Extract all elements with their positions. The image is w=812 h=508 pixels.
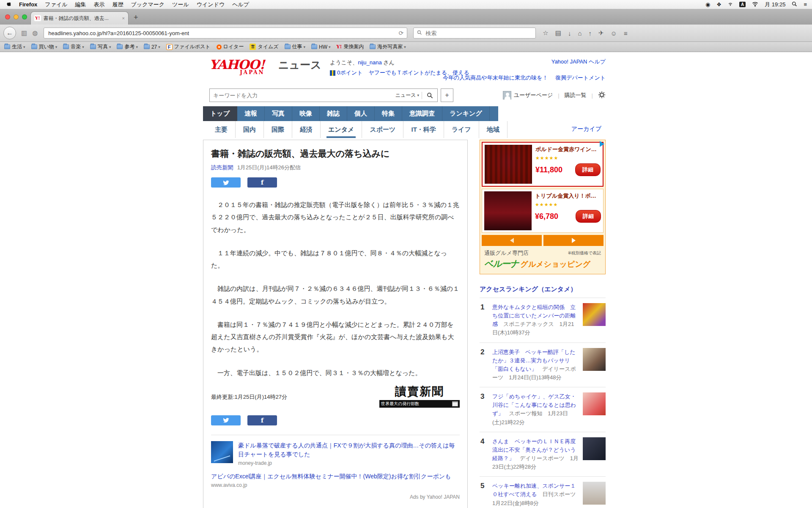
bookmark-filepost[interactable]: Fファイルポスト: [166, 43, 211, 50]
reader-mode-icon[interactable]: ▥: [21, 29, 27, 37]
wine-ad-item[interactable]: トリプル金賞入り！ボ… ★★★★★ ¥6,780 詳細: [482, 189, 604, 233]
yomiuri-logo[interactable]: 讀賣新聞 世界最大の発行部数: [379, 384, 460, 408]
tab-ranking[interactable]: ランキング: [442, 106, 490, 121]
browser-tab[interactable]: Y! 書籍・雑誌の販売額、過去... ×: [30, 11, 129, 25]
tab-top[interactable]: トップ: [203, 106, 237, 121]
ad-link-aviva[interactable]: アビバのExcel講座｜エクセル無料体験セミナー開催中！(Web限定)お得な割引…: [211, 472, 460, 481]
points-link[interactable]: 0ポイント: [337, 69, 362, 77]
zoom-window-button[interactable]: [22, 14, 27, 19]
ad-thumbnail-fx-chart[interactable]: [211, 441, 233, 463]
menu-tools[interactable]: ツール: [172, 1, 189, 8]
facebook-share-button[interactable]: f: [247, 177, 277, 188]
input-method-icon[interactable]: A: [739, 2, 746, 7]
new-tab-button[interactable]: +: [134, 14, 138, 21]
menu-icon[interactable]: ≡: [624, 30, 628, 37]
menu-file[interactable]: ファイル: [45, 1, 67, 8]
carousel-next-button[interactable]: [543, 235, 604, 246]
browser-search-input[interactable]: [425, 30, 532, 37]
ranking-thumbnail[interactable]: [583, 482, 606, 505]
belluna-logo[interactable]: ベルーナグルメショッピング: [484, 258, 601, 270]
bookmark-reuters[interactable]: ロイター: [217, 43, 244, 50]
tab-flash[interactable]: 速報: [237, 106, 265, 121]
creative-cloud-icon[interactable]: ◉: [705, 1, 710, 8]
subnav-life[interactable]: ライフ: [444, 121, 479, 138]
home-icon[interactable]: ⌂: [578, 30, 582, 37]
tab-personal[interactable]: 個人: [347, 106, 375, 121]
settings-gear-icon[interactable]: [598, 91, 606, 100]
wifi-icon[interactable]: [752, 1, 758, 8]
archive-link[interactable]: アーカイブ: [571, 125, 601, 133]
ranking-thumbnail[interactable]: [583, 348, 606, 371]
reload-icon[interactable]: ⟳: [399, 30, 404, 36]
bookmark-folder-overseas-photographers[interactable]: 海外写真家: [370, 43, 406, 50]
detail-button[interactable]: 詳細: [576, 210, 601, 223]
news-search-input[interactable]: [210, 92, 393, 99]
tab-feature[interactable]: 特集: [375, 106, 402, 121]
url-input[interactable]: [47, 30, 398, 37]
help-link[interactable]: Yahoo! JAPAN ヘルプ: [551, 58, 606, 66]
add-search-tab-button[interactable]: +: [441, 88, 453, 102]
subnav-sports[interactable]: スポーツ: [362, 121, 403, 138]
notification-center-icon[interactable]: ≡: [804, 1, 807, 8]
site-identity-icon[interactable]: ◍: [32, 29, 38, 37]
search-scope-dropdown[interactable]: ニュース: [393, 92, 422, 99]
reading-list-icon[interactable]: ▤: [555, 29, 561, 37]
adchoices-icon[interactable]: [600, 141, 604, 147]
bookmark-folder-hw[interactable]: HW: [311, 44, 331, 50]
menu-view[interactable]: 表示: [94, 1, 105, 8]
ranking-thumbnail[interactable]: [583, 437, 606, 460]
username-link[interactable]: niju_nana: [358, 59, 381, 66]
minimize-window-button[interactable]: [14, 14, 19, 19]
back-button[interactable]: ←: [3, 27, 16, 39]
subnav-domestic[interactable]: 国内: [236, 121, 264, 138]
ad-link-fx[interactable]: 豪ドル暴落で破産する人の共通点｜FXで９割が大損する真の理由…その答えは毎日チャ…: [238, 441, 460, 459]
ranking-thumbnail[interactable]: [583, 392, 606, 415]
source-link[interactable]: 読売新聞: [211, 164, 233, 171]
spotlight-icon[interactable]: [792, 1, 797, 8]
bookmark-transit[interactable]: Y!乗換案内: [337, 43, 364, 50]
subnav-entertainment[interactable]: エンタメ: [321, 121, 362, 138]
tab-photo[interactable]: 写真: [265, 106, 292, 121]
dropbox-icon[interactable]: ❖: [716, 1, 721, 8]
menu-edit[interactable]: 編集: [75, 1, 86, 8]
apple-icon[interactable]: [6, 1, 11, 8]
bookmark-folder-work[interactable]: 仕事: [285, 43, 306, 50]
twitter-share-button-bottom[interactable]: [211, 415, 241, 425]
menu-bookmarks[interactable]: ブックマーク: [131, 1, 165, 8]
subnav-world[interactable]: 国際: [264, 121, 292, 138]
twitter-share-button[interactable]: [211, 177, 241, 188]
bookmark-folder-27[interactable]: 27: [144, 44, 160, 50]
bookmark-folder-life[interactable]: 生活: [4, 43, 25, 50]
facebook-share-button-bottom[interactable]: f: [247, 415, 277, 425]
downloads-icon[interactable]: ↓: [568, 30, 571, 37]
tab-video[interactable]: 映像: [292, 106, 320, 121]
tab-close-icon[interactable]: ×: [122, 16, 125, 21]
ranking-thumbnail[interactable]: [583, 303, 606, 326]
detail-button[interactable]: 詳細: [575, 163, 601, 176]
wine-ad-item[interactable]: ボルドー金賞赤ワイン… ★★★★★ ¥11,800 詳細: [482, 142, 604, 187]
yahoo-japan-logo[interactable]: YAHOO! JAPAN: [209, 57, 265, 75]
carousel-prev-button[interactable]: [482, 235, 542, 246]
bluetooth-device-icon[interactable]: [728, 1, 733, 8]
promo-link-2[interactable]: 復興デパートメント: [555, 75, 606, 81]
menu-history[interactable]: 履歴: [112, 1, 123, 8]
user-page-link[interactable]: ユーザーページ: [514, 91, 553, 99]
subnav-economy[interactable]: 経済: [292, 121, 321, 138]
news-search-button[interactable]: [422, 92, 437, 99]
url-bar[interactable]: ⟳: [44, 28, 407, 39]
menubar-app-name[interactable]: Firefox: [19, 1, 37, 8]
menu-window[interactable]: ウインドウ: [197, 1, 225, 8]
bookmark-folder-photo[interactable]: 写真: [90, 43, 111, 50]
bookmark-folder-music[interactable]: 音楽: [63, 43, 84, 50]
bookmark-folder-shopping[interactable]: 買い物: [31, 43, 58, 50]
subnav-local[interactable]: 地域: [479, 121, 508, 138]
close-window-button[interactable]: [5, 14, 10, 19]
subnav-it-science[interactable]: IT・科学: [403, 121, 444, 138]
bookmark-folder-reference[interactable]: 参考: [117, 43, 138, 50]
bookmark-times[interactable]: 営タイムズ: [250, 43, 278, 50]
tab-survey[interactable]: 意識調査: [402, 106, 442, 121]
menubar-clock[interactable]: 月 19:25: [765, 1, 785, 8]
tab-magazine[interactable]: 雑誌: [320, 106, 347, 121]
subscriptions-link[interactable]: 購読一覧: [565, 91, 587, 99]
share-icon[interactable]: ↑: [588, 30, 592, 37]
